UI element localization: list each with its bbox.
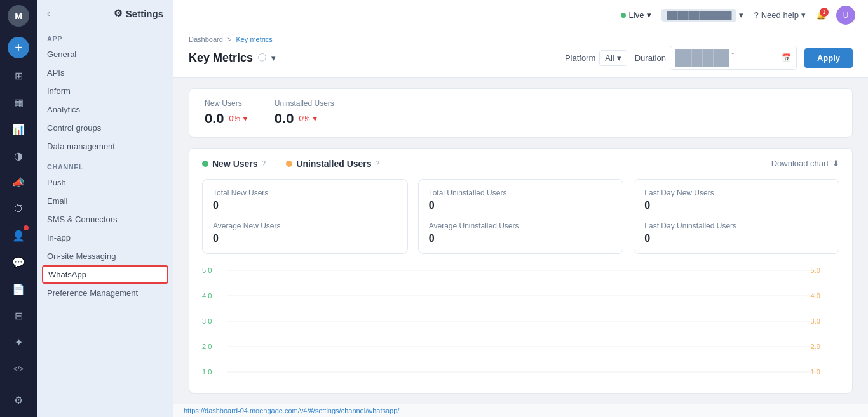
new-users-legend-dot xyxy=(202,161,208,167)
status-url: https://dashboard-04.moengage.com/v4/#/s… xyxy=(184,407,399,414)
app-selector[interactable]: ████████████ ▾ xyxy=(661,9,743,22)
page-header-row: Key Metrics ⓘ ▾ Platform All ▾ Duration … xyxy=(189,46,853,70)
page-dropdown-icon[interactable]: ▾ xyxy=(271,53,276,63)
uninstalled-users-card: Total Uninstalled Users 0 Average Uninst… xyxy=(418,179,624,254)
uninstalled-users-change-pct: 0% xyxy=(299,114,309,123)
user-profile-avatar[interactable]: U xyxy=(836,6,855,25)
download-chart-label: Download chart xyxy=(771,159,829,168)
uninstalled-users-summary: Uninstalled Users 0.0 0% ▼ xyxy=(275,99,334,127)
total-uninstalled-users-label: Total Uninstalled Users xyxy=(429,189,613,197)
icon-sidebar: M + ⊞ ▦ 📊 ◑ 📣 ⏱ 👤 💬 📄 ⊟ ✦ </> ⚙ xyxy=(0,0,37,417)
nav-megaphone-icon[interactable]: 📣 xyxy=(6,170,31,194)
new-users-card: Total New Users 0 Average New Users 0 xyxy=(202,179,408,254)
sidebar-item-email[interactable]: Email xyxy=(37,192,173,210)
collapse-sidebar-button[interactable]: ‹ xyxy=(47,8,50,18)
nav-star-icon[interactable]: ✦ xyxy=(6,330,31,354)
live-label: Live xyxy=(629,10,644,20)
breadcrumb-separator: > xyxy=(227,36,231,43)
page-title-group: Key Metrics ⓘ ▾ xyxy=(189,51,276,65)
svg-text:1.0: 1.0 xyxy=(202,368,212,376)
chart-area: 5.0 4.0 3.0 2.0 1.0 5.0 4.0 3.0 2.0 1.0 xyxy=(189,264,852,393)
svg-text:3.0: 3.0 xyxy=(202,317,212,325)
platform-select[interactable]: All ▾ xyxy=(599,50,627,66)
sidebar-item-sms[interactable]: SMS & Connectors xyxy=(37,210,173,228)
uninstalled-users-info-icon[interactable]: ? xyxy=(376,159,380,168)
sidebar-item-onsite[interactable]: On-site Messaging xyxy=(37,247,173,265)
sidebar-item-inapp[interactable]: In-app xyxy=(37,228,173,247)
sidebar-item-push[interactable]: Push xyxy=(37,173,173,192)
svg-text:5.0: 5.0 xyxy=(811,267,820,274)
breadcrumb-parent[interactable]: Dashboard xyxy=(189,36,223,43)
platform-chevron-icon: ▾ xyxy=(617,53,621,63)
top-header: Live ▾ ████████████ ▾ ? Need help ▾ 🔔 1 … xyxy=(173,0,868,30)
new-users-change: 0% ▼ xyxy=(229,114,249,123)
section-app-label: App xyxy=(37,27,173,45)
live-dot xyxy=(621,13,626,18)
date-range-value: ██████████ - ██████████ xyxy=(675,49,782,67)
status-bar: https://dashboard-04.moengage.com/v4/#/s… xyxy=(173,404,868,417)
total-new-users-label: Total New Users xyxy=(213,189,397,197)
help-chevron-icon: ▾ xyxy=(801,10,806,20)
nav-chat-icon[interactable]: 💬 xyxy=(6,250,31,274)
new-users-value: 0.0 xyxy=(205,110,224,127)
user-avatar-small[interactable]: M xyxy=(8,5,29,27)
duration-control: Duration ██████████ - ██████████ 📅 xyxy=(635,46,797,70)
sidebar-item-preference-management[interactable]: Preference Management xyxy=(37,284,173,302)
sidebar-item-whatsapp[interactable]: WhatsApp xyxy=(42,265,168,284)
new-users-label: New Users xyxy=(205,99,249,108)
new-users-info-icon[interactable]: ? xyxy=(262,159,266,168)
chart-header: New Users ? Uninstalled Users ? Download… xyxy=(189,149,852,179)
nav-code-icon[interactable]: </> xyxy=(6,357,31,381)
nav-dashboard-icon[interactable]: ▦ xyxy=(6,90,31,114)
date-range-input[interactable]: ██████████ - ██████████ 📅 xyxy=(670,46,797,70)
main-content: Live ▾ ████████████ ▾ ? Need help ▾ 🔔 1 … xyxy=(173,0,868,417)
settings-sidebar: ‹ ⚙ Settings App General APIs Inform Ana… xyxy=(37,0,173,417)
svg-text:5.0: 5.0 xyxy=(202,267,212,274)
platform-control: Platform All ▾ xyxy=(565,50,627,66)
nav-home-icon[interactable]: ⊞ xyxy=(6,63,31,88)
uninstalled-users-legend-dot xyxy=(286,161,292,167)
help-button[interactable]: ? Need help ▾ xyxy=(754,10,806,20)
nav-settings-icon[interactable]: ⚙ xyxy=(6,388,31,412)
help-circle-icon: ? xyxy=(754,10,758,20)
sidebar-item-apis[interactable]: APIs xyxy=(37,63,173,82)
total-uninstalled-users-value: 0 xyxy=(429,200,613,211)
svg-text:1.0: 1.0 xyxy=(811,368,820,376)
new-users-value-row: 0.0 0% ▼ xyxy=(205,110,249,127)
svg-text:3.0: 3.0 xyxy=(811,317,820,325)
total-new-users-value: 0 xyxy=(213,200,397,211)
notifications-button[interactable]: 🔔 1 xyxy=(816,10,826,20)
last-day-card: Last Day New Users 0 Last Day Uninstalle… xyxy=(634,179,839,254)
sidebar-item-data-management[interactable]: Data management xyxy=(37,137,173,156)
sidebar-item-analytics[interactable]: Analytics xyxy=(37,100,173,119)
help-label: Need help xyxy=(761,10,799,20)
nav-clock-icon[interactable]: ⏱ xyxy=(6,197,31,221)
section-channel-label: Channel xyxy=(37,156,173,173)
svg-text:4.0: 4.0 xyxy=(202,292,212,300)
uninstalled-users-trend-icon: ▼ xyxy=(311,114,319,123)
calendar-icon[interactable]: 📅 xyxy=(782,53,791,62)
last-day-new-users-value: 0 xyxy=(644,200,829,211)
app-selector-chevron-icon: ▾ xyxy=(739,10,743,20)
nav-pie-chart-icon[interactable]: ◑ xyxy=(6,143,31,168)
avg-new-users-label: Average New Users xyxy=(213,222,397,230)
download-chart-button[interactable]: Download chart ⬇ xyxy=(771,159,839,168)
sidebar-item-control-groups[interactable]: Control groups xyxy=(37,119,173,137)
sidebar-item-general[interactable]: General xyxy=(37,45,173,63)
nav-file-icon[interactable]: 📄 xyxy=(6,277,31,301)
nav-layers-icon[interactable]: ⊟ xyxy=(6,303,31,328)
add-app-button[interactable]: + xyxy=(8,37,29,58)
live-indicator[interactable]: Live ▾ xyxy=(621,10,652,20)
page-info-icon[interactable]: ⓘ xyxy=(258,52,266,63)
nav-users-icon[interactable]: 👤 xyxy=(6,223,31,248)
nav-bar-chart-icon[interactable]: 📊 xyxy=(6,117,31,141)
platform-value: All xyxy=(605,53,614,63)
platform-label: Platform xyxy=(565,53,595,63)
avg-uninstalled-users-value: 0 xyxy=(429,233,613,244)
uninstalled-users-legend-group: Uninstalled Users ? xyxy=(286,159,379,169)
notification-badge: 1 xyxy=(820,8,829,17)
sidebar-item-inform[interactable]: Inform xyxy=(37,82,173,100)
chart-canvas: 5.0 4.0 3.0 2.0 1.0 5.0 4.0 3.0 2.0 1.0 xyxy=(202,264,839,391)
svg-text:4.0: 4.0 xyxy=(811,292,820,300)
apply-button[interactable]: Apply xyxy=(804,48,853,68)
